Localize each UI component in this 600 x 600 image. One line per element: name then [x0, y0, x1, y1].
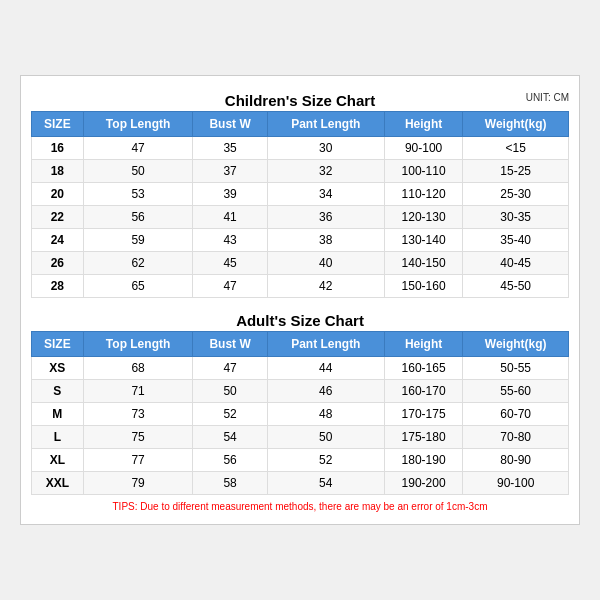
table-cell: 190-200 [384, 472, 462, 495]
table-cell: 73 [83, 403, 193, 426]
table-cell: 15-25 [463, 160, 569, 183]
table-row: L755450175-18070-80 [32, 426, 569, 449]
table-cell: 46 [267, 380, 384, 403]
table-cell: 50 [193, 380, 267, 403]
table-cell: 56 [83, 206, 193, 229]
adults-col-pant-length: Pant Length [267, 332, 384, 357]
table-row: XS684744160-16550-55 [32, 357, 569, 380]
table-cell: 44 [267, 357, 384, 380]
table-cell: 90-100 [463, 472, 569, 495]
table-cell: 50 [267, 426, 384, 449]
table-row: XL775652180-19080-90 [32, 449, 569, 472]
children-header-row: SIZE Top Length Bust W Pant Length Heigh… [32, 112, 569, 137]
table-cell: 70-80 [463, 426, 569, 449]
table-cell: 59 [83, 229, 193, 252]
table-cell: 90-100 [384, 137, 462, 160]
table-cell: 38 [267, 229, 384, 252]
table-cell: S [32, 380, 84, 403]
table-cell: 170-175 [384, 403, 462, 426]
table-cell: 68 [83, 357, 193, 380]
table-cell: 39 [193, 183, 267, 206]
adults-table: SIZE Top Length Bust W Pant Length Heigh… [31, 331, 569, 495]
adults-col-weight: Weight(kg) [463, 332, 569, 357]
table-cell: 41 [193, 206, 267, 229]
unit-label: UNIT: CM [526, 92, 569, 103]
table-cell: 65 [83, 275, 193, 298]
children-col-height: Height [384, 112, 462, 137]
table-cell: 120-130 [384, 206, 462, 229]
table-cell: 40-45 [463, 252, 569, 275]
tips-text: TIPS: Due to different measurement metho… [31, 495, 569, 514]
table-cell: 140-150 [384, 252, 462, 275]
adults-col-bust-w: Bust W [193, 332, 267, 357]
adults-col-size: SIZE [32, 332, 84, 357]
table-cell: 30-35 [463, 206, 569, 229]
adults-col-top-length: Top Length [83, 332, 193, 357]
children-col-top-length: Top Length [83, 112, 193, 137]
table-cell: 47 [193, 357, 267, 380]
table-row: 1647353090-100<15 [32, 137, 569, 160]
table-cell: 160-170 [384, 380, 462, 403]
table-row: XXL795854190-20090-100 [32, 472, 569, 495]
table-cell: 54 [193, 426, 267, 449]
table-row: 20533934110-12025-30 [32, 183, 569, 206]
table-cell: 20 [32, 183, 84, 206]
table-cell: 50 [83, 160, 193, 183]
table-cell: 43 [193, 229, 267, 252]
table-cell: 36 [267, 206, 384, 229]
table-cell: 45 [193, 252, 267, 275]
table-cell: 56 [193, 449, 267, 472]
table-cell: 45-50 [463, 275, 569, 298]
table-cell: 48 [267, 403, 384, 426]
table-cell: 25-30 [463, 183, 569, 206]
table-cell: 175-180 [384, 426, 462, 449]
table-cell: 24 [32, 229, 84, 252]
children-title: Children's Size Chart UNIT: CM [31, 86, 569, 111]
table-cell: 100-110 [384, 160, 462, 183]
children-col-bust-w: Bust W [193, 112, 267, 137]
table-row: S715046160-17055-60 [32, 380, 569, 403]
table-row: 26624540140-15040-45 [32, 252, 569, 275]
table-cell: 130-140 [384, 229, 462, 252]
table-cell: M [32, 403, 84, 426]
table-cell: L [32, 426, 84, 449]
table-cell: 52 [267, 449, 384, 472]
table-cell: 37 [193, 160, 267, 183]
table-cell: 32 [267, 160, 384, 183]
table-cell: 55-60 [463, 380, 569, 403]
children-title-text: Children's Size Chart [225, 92, 375, 109]
adults-title: Adult's Size Chart [31, 306, 569, 331]
table-cell: 35 [193, 137, 267, 160]
table-cell: 79 [83, 472, 193, 495]
table-cell: 80-90 [463, 449, 569, 472]
adults-header-row: SIZE Top Length Bust W Pant Length Heigh… [32, 332, 569, 357]
children-col-pant-length: Pant Length [267, 112, 384, 137]
table-cell: 35-40 [463, 229, 569, 252]
children-col-size: SIZE [32, 112, 84, 137]
table-cell: XL [32, 449, 84, 472]
table-cell: 47 [193, 275, 267, 298]
table-cell: 42 [267, 275, 384, 298]
table-cell: 160-165 [384, 357, 462, 380]
table-cell: 40 [267, 252, 384, 275]
children-col-weight: Weight(kg) [463, 112, 569, 137]
chart-container: Children's Size Chart UNIT: CM SIZE Top … [20, 75, 580, 525]
table-cell: 28 [32, 275, 84, 298]
adults-title-text: Adult's Size Chart [236, 312, 364, 329]
table-row: M735248170-17560-70 [32, 403, 569, 426]
table-cell: XS [32, 357, 84, 380]
table-cell: 60-70 [463, 403, 569, 426]
table-cell: 54 [267, 472, 384, 495]
table-cell: 47 [83, 137, 193, 160]
table-cell: 34 [267, 183, 384, 206]
table-cell: 26 [32, 252, 84, 275]
table-cell: 75 [83, 426, 193, 449]
table-cell: 180-190 [384, 449, 462, 472]
table-row: 18503732100-11015-25 [32, 160, 569, 183]
table-cell: XXL [32, 472, 84, 495]
table-row: 22564136120-13030-35 [32, 206, 569, 229]
table-cell: 52 [193, 403, 267, 426]
table-cell: 30 [267, 137, 384, 160]
table-cell: 71 [83, 380, 193, 403]
table-cell: 18 [32, 160, 84, 183]
